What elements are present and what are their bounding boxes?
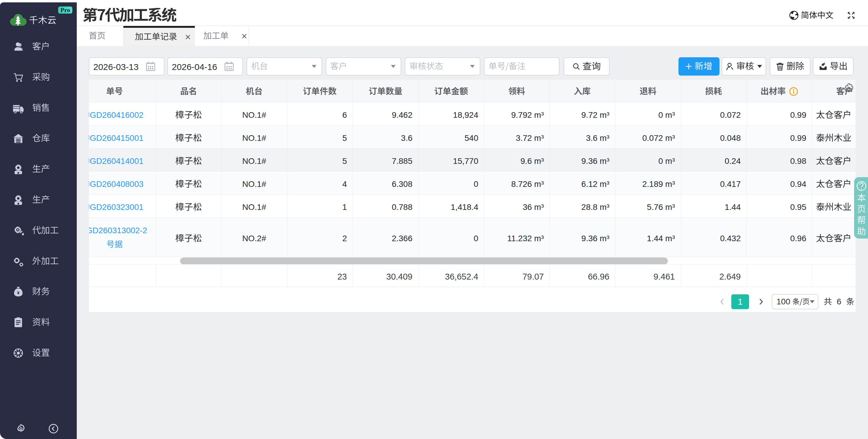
svg-text:¥: ¥ (17, 290, 20, 295)
